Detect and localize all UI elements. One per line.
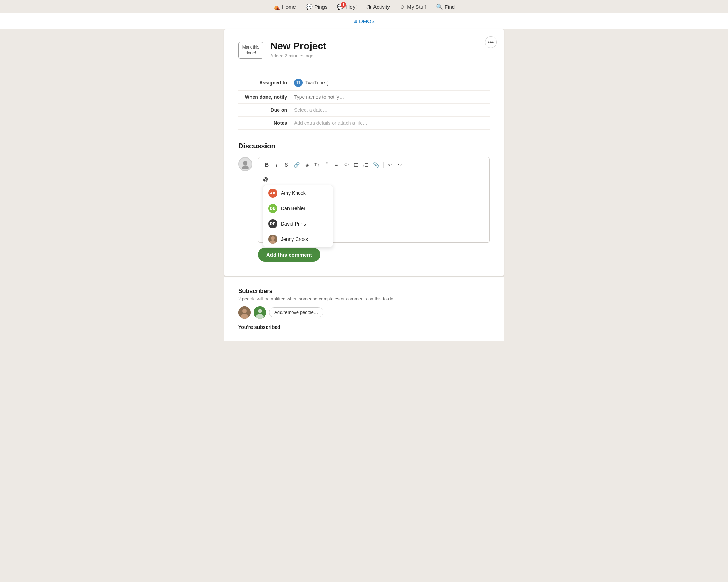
discussion-section: Discussion	[238, 142, 490, 262]
mention-dan[interactable]: DB Dan Behler	[263, 201, 333, 216]
notify-row: When done, notify	[238, 91, 490, 104]
at-symbol: @	[263, 177, 268, 182]
home-icon: ⛺	[273, 3, 280, 10]
mark-done-button[interactable]: Mark this done!	[238, 42, 263, 59]
subscribers-title: Subscribers	[238, 288, 490, 295]
fields-section: Assigned to TT TwoTone (. When done, not…	[238, 69, 490, 130]
grid-icon: ⊞	[353, 18, 357, 24]
due-placeholder[interactable]: Select a date…	[294, 107, 328, 113]
subscribers-description: 2 people will be notified when someone c…	[238, 296, 490, 301]
ordered-list-icon: 1. 2. 3.	[363, 162, 368, 167]
svg-point-1	[242, 165, 249, 169]
nav-hey-label: Hey!	[346, 4, 357, 10]
heading-button[interactable]: T↑	[312, 161, 321, 169]
project-name: DMOS	[359, 18, 375, 24]
svg-point-15	[271, 236, 275, 240]
nav-activity[interactable]: ◑ Activity	[366, 3, 390, 10]
subscriber-photo-1	[238, 306, 251, 319]
svg-point-6	[354, 166, 355, 167]
subscriber-icon-2	[254, 306, 266, 319]
redo-button[interactable]: ↪	[395, 161, 405, 169]
editor-content[interactable]: @ AK Amy Knock DB Dan Behler	[258, 172, 489, 242]
link-button[interactable]: 🔗	[292, 161, 302, 169]
mention-david[interactable]: DP David Prins	[263, 216, 333, 231]
user-avatar-svg	[240, 159, 250, 169]
subscriber-avatar-2	[254, 306, 266, 319]
editor-box: B I S 🔗 ◈ T↑ " ≡ <>	[258, 157, 490, 243]
bullet-list-icon	[354, 162, 358, 167]
notify-input[interactable]	[294, 94, 399, 100]
nav-pings[interactable]: 💬 Pings	[306, 3, 328, 10]
assignee-name: TwoTone (.	[305, 80, 329, 86]
subscribers-row: Add/remove people…	[238, 306, 490, 319]
subscriber-avatar-1	[238, 306, 251, 319]
task-card: ••• Mark this done! New Project Added 2 …	[224, 29, 504, 276]
attach-button[interactable]: 📎	[371, 161, 381, 169]
svg-point-2	[354, 163, 355, 164]
highlight-button[interactable]: ◈	[303, 161, 312, 169]
svg-rect-9	[365, 163, 368, 164]
due-on-row: Due on Select a date…	[238, 104, 490, 117]
amy-knock-avatar: AK	[268, 189, 277, 198]
editor-toolbar: B I S 🔗 ◈ T↑ " ≡ <>	[258, 157, 489, 172]
activity-icon: ◑	[366, 3, 371, 10]
align-button[interactable]: ≡	[332, 161, 341, 169]
svg-rect-11	[365, 165, 368, 165]
david-prins-name: David Prins	[281, 221, 306, 227]
jenny-cross-name: Jenny Cross	[281, 236, 308, 242]
nav-home[interactable]: ⛺ Home	[273, 3, 296, 10]
top-nav: ⛺ Home 💬 Pings 💬 1 Hey! ◑ Activity ☺ My …	[0, 0, 728, 13]
notes-placeholder[interactable]: Add extra details or attach a file…	[294, 120, 367, 126]
svg-point-18	[242, 309, 247, 313]
nav-my-stuff[interactable]: ☺ My Stuff	[400, 4, 426, 10]
bullet-list-button[interactable]	[351, 161, 361, 169]
ordered-list-button[interactable]: 1. 2. 3.	[361, 161, 370, 169]
assigned-to-row: Assigned to TT TwoTone (.	[238, 75, 490, 91]
pings-icon: 💬	[306, 3, 313, 10]
toolbar-separator	[383, 162, 384, 168]
mark-done-label: Mark this done!	[242, 45, 260, 56]
nav-activity-label: Activity	[373, 4, 390, 10]
svg-rect-13	[365, 166, 368, 167]
notes-label: Notes	[238, 120, 294, 126]
assigned-to-value: TT TwoTone (.	[294, 79, 329, 87]
code-button[interactable]: <>	[342, 161, 351, 169]
nav-hey[interactable]: 💬 1 Hey!	[337, 3, 357, 10]
amy-knock-name: Amy Knock	[281, 190, 306, 196]
svg-point-0	[243, 161, 248, 165]
discussion-header: Discussion	[238, 142, 490, 150]
more-options-button[interactable]: •••	[485, 36, 497, 48]
svg-rect-7	[355, 166, 358, 167]
due-label: Due on	[238, 107, 294, 113]
bold-button[interactable]: B	[262, 161, 271, 169]
strikethrough-button[interactable]: S	[282, 161, 291, 169]
comment-area: B I S 🔗 ◈ T↑ " ≡ <>	[238, 157, 490, 243]
hey-badge-count: 1	[341, 2, 346, 8]
nav-find-label: Find	[445, 4, 455, 10]
content-wrap: ••• Mark this done! New Project Added 2 …	[224, 29, 504, 341]
svg-text:3.: 3.	[363, 165, 365, 167]
ellipsis-icon: •••	[488, 39, 494, 45]
svg-rect-3	[355, 163, 358, 164]
add-remove-people-button[interactable]: Add/remove people…	[269, 307, 323, 317]
quote-button[interactable]: "	[322, 160, 331, 169]
discussion-divider	[281, 146, 490, 146]
svg-point-21	[258, 309, 262, 313]
nav-find[interactable]: 🔍 Find	[436, 3, 455, 10]
discussion-title: Discussion	[238, 142, 276, 150]
italic-button[interactable]: I	[272, 161, 281, 169]
add-comment-button[interactable]: Add this comment	[258, 248, 320, 262]
mention-jenny[interactable]: Jenny Cross	[263, 231, 333, 247]
jenny-cross-photo	[268, 235, 277, 244]
hey-badge-container: 💬 1	[337, 3, 344, 10]
svg-rect-5	[355, 165, 358, 165]
page-wrapper: ⛺ Home 💬 Pings 💬 1 Hey! ◑ Activity ☺ My …	[0, 0, 728, 582]
dan-behler-name: Dan Behler	[281, 206, 305, 211]
assigned-to-label: Assigned to	[238, 80, 294, 86]
my-stuff-icon: ☺	[400, 4, 405, 10]
task-title-area: New Project Added 2 minutes ago	[270, 40, 326, 58]
jenny-cross-avatar	[268, 235, 277, 244]
project-link[interactable]: ⊞ DMOS	[353, 18, 375, 24]
undo-button[interactable]: ↩	[386, 161, 395, 169]
mention-amy[interactable]: AK Amy Knock	[263, 185, 333, 201]
